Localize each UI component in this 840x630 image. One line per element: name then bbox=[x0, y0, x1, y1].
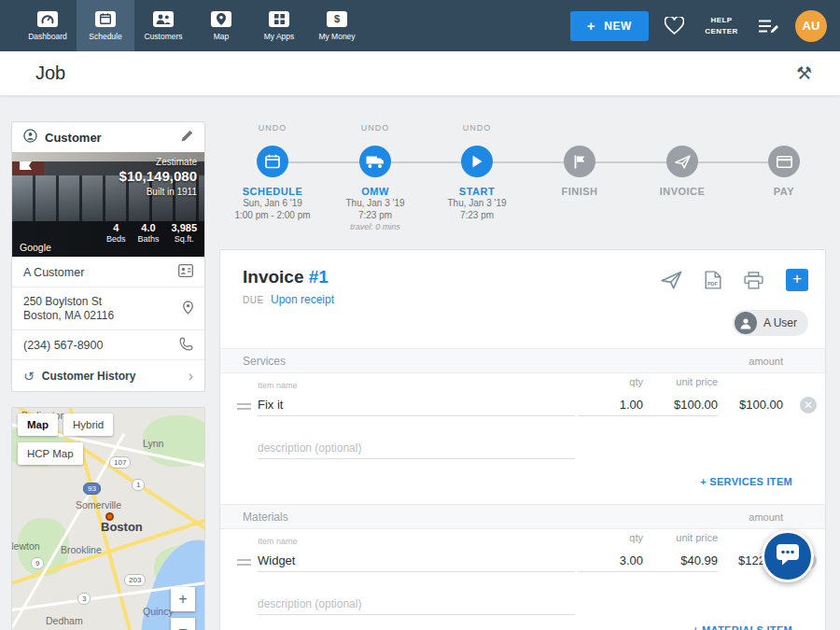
invoice-due: DUE Upon receipt bbox=[243, 293, 334, 306]
step-omw: UNDO OMW Thu, Jan 3 '19 7:23 pm travel: … bbox=[324, 119, 427, 233]
invoice-card: Invoice #1 DUE Upon receipt PDF bbox=[219, 249, 826, 630]
amount-column-header: amount bbox=[699, 349, 783, 373]
step-label: SCHEDULE bbox=[221, 186, 324, 197]
help-center-link[interactable]: HELP CENTER bbox=[700, 15, 743, 37]
sqft-value: 3,985 bbox=[171, 222, 197, 233]
baths-value: 4.0 bbox=[137, 222, 159, 233]
flag-icon[interactable] bbox=[564, 146, 595, 177]
pdf-icon[interactable]: PDF bbox=[705, 271, 721, 289]
truck-icon[interactable] bbox=[359, 146, 391, 177]
step-date: 7:23 pm bbox=[426, 209, 528, 221]
nav-item-customers[interactable]: Customers bbox=[134, 0, 192, 51]
material-description-input[interactable] bbox=[258, 593, 575, 615]
credit-card-icon[interactable] bbox=[768, 146, 800, 177]
zestimate-block: Zestimate $10,149,080 Built in 1911 bbox=[119, 157, 197, 197]
service-name-input[interactable] bbox=[258, 394, 575, 416]
top-navigation: Dashboard Schedule Customers Map My Apps bbox=[0, 0, 840, 51]
undo-button[interactable]: UNDO bbox=[221, 123, 324, 136]
map-canvas[interactable]: Burlington Lynn Somerville Boston Brookl… bbox=[12, 408, 204, 630]
send-invoice-icon[interactable] bbox=[661, 271, 682, 289]
material-qty-input[interactable] bbox=[578, 550, 643, 572]
hybrid-type-button[interactable]: Hybrid bbox=[63, 413, 113, 436]
nav-item-dashboard[interactable]: Dashboard bbox=[19, 0, 77, 51]
new-button[interactable]: + NEW bbox=[570, 11, 649, 41]
materials-title: Materials bbox=[243, 505, 288, 529]
step-label: FINISH bbox=[528, 186, 631, 197]
contact-card-icon[interactable] bbox=[178, 264, 193, 280]
step-schedule: UNDO SCHEDULE Sun, Jan 6 '19 1:00 pm - 2… bbox=[221, 119, 324, 221]
undo-button[interactable]: UNDO bbox=[426, 123, 528, 136]
nav-item-my-money[interactable]: $ My Money bbox=[308, 0, 366, 51]
customer-card: Customer Zestimate $10,149,080 bbox=[11, 121, 205, 392]
step-finish: FINISH bbox=[528, 119, 631, 197]
material-name-input[interactable] bbox=[258, 550, 575, 572]
drag-handle[interactable] bbox=[237, 403, 251, 413]
svg-text:PDF: PDF bbox=[707, 281, 719, 287]
play-icon[interactable] bbox=[461, 146, 493, 177]
service-qty-input[interactable] bbox=[578, 394, 643, 416]
undo-button[interactable]: UNDO bbox=[324, 123, 427, 136]
add-services-row: + SERVICES ITEM bbox=[220, 463, 825, 504]
job-location-marker bbox=[105, 512, 114, 521]
customers-icon bbox=[153, 11, 174, 27]
service-description-input[interactable] bbox=[258, 437, 575, 459]
step-travel-time: travel: 0 mins bbox=[324, 221, 427, 233]
customer-phone-row: (234) 567-8900 bbox=[12, 329, 204, 359]
assignee-name: A User bbox=[763, 316, 797, 329]
zoom-in-button[interactable]: + bbox=[171, 587, 195, 611]
assignee-avatar-icon bbox=[735, 312, 757, 334]
map-type-button[interactable]: Map bbox=[18, 413, 58, 436]
nav-label: Map bbox=[214, 32, 230, 41]
nav-item-map[interactable]: Map bbox=[192, 0, 250, 51]
app-window: Dashboard Schedule Customers Map My Apps bbox=[0, 0, 840, 630]
apps-grid-icon bbox=[269, 11, 289, 27]
customer-address: 250 Boylston St Boston, MA 02116 bbox=[23, 295, 114, 323]
job-progress-stepper: UNDO SCHEDULE Sun, Jan 6 '19 1:00 pm - 2… bbox=[221, 119, 828, 245]
calendar-icon[interactable] bbox=[257, 146, 288, 177]
step-invoice: INVOICE bbox=[631, 119, 734, 197]
invoice-actions: PDF + bbox=[661, 269, 808, 291]
chat-bubble-button[interactable] bbox=[762, 530, 814, 582]
add-services-item-link[interactable]: + SERVICES ITEM bbox=[700, 476, 792, 487]
user-avatar[interactable]: AU bbox=[795, 10, 827, 42]
plus-icon: + bbox=[587, 21, 595, 31]
remove-item-icon[interactable]: ✕ bbox=[800, 397, 817, 413]
map-label-newton: Newton bbox=[12, 540, 40, 552]
page-header: Job ⚒ bbox=[0, 51, 840, 96]
map-label-quincy: Quincy bbox=[143, 606, 174, 617]
item-name-label: Item name bbox=[258, 381, 298, 390]
zoom-out-button[interactable]: − bbox=[171, 618, 195, 630]
amount-column-header: amount bbox=[699, 505, 783, 529]
due-value-link[interactable]: Upon receipt bbox=[271, 293, 334, 306]
property-photo[interactable]: Zestimate $10,149,080 Built in 1911 4 Be… bbox=[12, 152, 204, 257]
material-unit-price-input[interactable] bbox=[643, 550, 718, 572]
photo-flag-icon bbox=[20, 157, 32, 174]
nav-right-cluster: + NEW HELP CENTER AU bbox=[570, 0, 840, 51]
print-icon[interactable] bbox=[744, 272, 763, 289]
customer-card-title: Customer bbox=[45, 131, 102, 145]
built-year: Built in 1911 bbox=[119, 187, 197, 197]
nav-item-my-apps[interactable]: My Apps bbox=[250, 0, 308, 51]
beds-stat: 4 Beds bbox=[106, 222, 126, 244]
drag-handle[interactable] bbox=[237, 559, 251, 568]
step-date: 1:00 pm - 2:00 pm bbox=[221, 209, 324, 221]
assignee-pill[interactable]: A User bbox=[733, 310, 808, 336]
hcp-map-button[interactable]: HCP Map bbox=[18, 442, 83, 465]
route-shield-3: 3 bbox=[77, 593, 91, 605]
phone-icon[interactable] bbox=[179, 337, 193, 354]
nav-item-schedule[interactable]: Schedule bbox=[77, 0, 134, 51]
add-materials-item-link[interactable]: + MATERIALS ITEM bbox=[693, 624, 792, 630]
location-pin-icon[interactable] bbox=[183, 301, 193, 317]
customer-history-row[interactable]: ↺ Customer History › bbox=[12, 359, 204, 391]
edit-pencil-icon[interactable] bbox=[181, 129, 193, 146]
beds-label: Beds bbox=[106, 234, 126, 244]
materials-section-header: Materials qty unit price amount bbox=[220, 504, 825, 529]
notes-edit-icon[interactable] bbox=[759, 19, 779, 34]
job-tools-icon[interactable]: ⚒ bbox=[796, 63, 812, 84]
customer-phone: (234) 567-8900 bbox=[23, 339, 103, 352]
due-label: DUE bbox=[243, 295, 264, 305]
services-title: Services bbox=[243, 349, 286, 373]
add-invoice-icon[interactable]: + bbox=[786, 269, 808, 291]
heart-icon[interactable] bbox=[665, 17, 684, 35]
send-icon[interactable] bbox=[666, 146, 698, 177]
